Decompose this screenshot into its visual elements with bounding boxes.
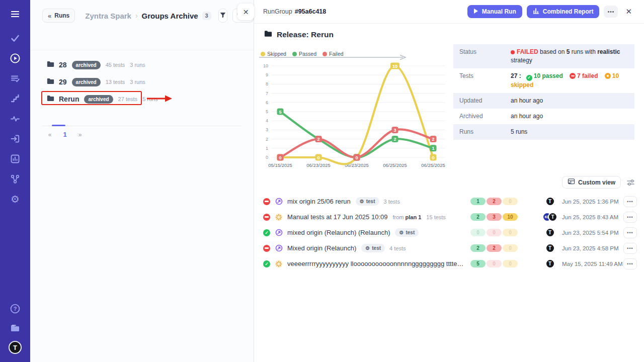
automated-run-type-icon bbox=[275, 244, 283, 252]
groups-panel: « Runs Zyntra Spark › Groups Archive 3 bbox=[30, 0, 254, 362]
detail-close-floating-button[interactable]: ✕ bbox=[237, 4, 254, 20]
pagination-page-1[interactable]: 1 bbox=[57, 131, 72, 138]
import-icon[interactable] bbox=[9, 133, 21, 145]
avatar[interactable]: T bbox=[545, 259, 555, 268]
run-row-right: 220TJun 23, 2025 4:58 PM••• bbox=[470, 243, 637, 254]
groups-count-badge: 3 bbox=[202, 12, 211, 20]
funnel-icon bbox=[219, 11, 227, 21]
group-runs-count: 3 runs bbox=[130, 62, 145, 68]
pulse-analytics-icon[interactable] bbox=[9, 113, 21, 125]
group-folder-icon bbox=[47, 60, 54, 69]
avatar[interactable]: T bbox=[545, 228, 555, 237]
svg-text:05/15/2025: 05/15/2025 bbox=[268, 162, 292, 168]
steps-icon[interactable] bbox=[9, 93, 21, 105]
run-title: veeeerrrrryyyyyyyyyy llooooooooooonnnnng… bbox=[287, 260, 465, 267]
runs-play-icon[interactable] bbox=[9, 52, 21, 64]
run-row[interactable]: mix origin 25/06 rerun⚙test3 tests120TJu… bbox=[263, 194, 637, 209]
branches-icon[interactable] bbox=[9, 173, 21, 185]
breadcrumb-project[interactable]: Zyntra Spark bbox=[85, 12, 131, 20]
group-row[interactable]: Rerunarchived27 tests5 runs bbox=[30, 90, 254, 108]
group-folder-icon bbox=[47, 95, 54, 104]
detail-close-button[interactable]: ✕ bbox=[625, 7, 632, 16]
legend-item-skipped: Skipped bbox=[261, 51, 286, 57]
group-list: 28archived45 tests3 runs29archived13 tes… bbox=[30, 56, 254, 108]
custom-view-button[interactable]: Custom view bbox=[562, 176, 621, 189]
failed-dot-icon bbox=[511, 50, 515, 54]
run-row[interactable]: ✓mixed origin (Relaunch) (Relaunch)⚙test… bbox=[263, 225, 637, 240]
pagination-prev[interactable]: « bbox=[42, 131, 57, 138]
user-avatar[interactable]: T bbox=[9, 341, 22, 354]
archived-label: Archived bbox=[459, 112, 511, 121]
manual-run-button[interactable]: Manual Run bbox=[467, 5, 522, 18]
svg-text:2: 2 bbox=[432, 137, 434, 142]
custom-view-label: Custom view bbox=[578, 179, 615, 186]
updated-value: an hour ago bbox=[511, 97, 628, 105]
bar-chart-icon bbox=[533, 8, 539, 16]
run-failed-icon bbox=[263, 245, 270, 252]
group-name: 29 bbox=[59, 78, 67, 86]
run-from-plan: from plan 1 bbox=[392, 214, 421, 220]
run-more-button[interactable]: ••• bbox=[623, 258, 637, 269]
svg-text:2: 2 bbox=[266, 137, 268, 142]
failed-count-pill: 3 bbox=[487, 213, 502, 221]
group-tests-count: 45 tests bbox=[106, 62, 125, 68]
avatar[interactable]: T bbox=[548, 212, 557, 222]
combined-report-button[interactable]: Combined Report bbox=[527, 5, 600, 18]
reports-icon[interactable] bbox=[9, 153, 21, 165]
passed-count-pill: 2 bbox=[470, 244, 486, 252]
run-more-button[interactable]: ••• bbox=[623, 212, 637, 223]
run-more-button[interactable]: ••• bbox=[623, 196, 637, 207]
tune-columns-icon[interactable] bbox=[626, 178, 635, 187]
back-to-runs-button[interactable]: « Runs bbox=[42, 9, 75, 23]
breadcrumb-separator: › bbox=[135, 12, 138, 20]
skipped-dot-icon bbox=[605, 73, 611, 79]
pagination-next[interactable]: » bbox=[72, 131, 88, 138]
legend-dot-skipped bbox=[261, 52, 265, 56]
svg-text:06/23/2025: 06/23/2025 bbox=[306, 162, 331, 168]
avatar[interactable]: T bbox=[545, 243, 555, 253]
settings-gear-icon[interactable]: ⚙ bbox=[9, 193, 21, 205]
svg-text:5: 5 bbox=[266, 109, 268, 114]
run-avatars: T bbox=[541, 243, 559, 253]
test-plans-icon[interactable] bbox=[9, 72, 21, 84]
run-more-button[interactable]: ••• bbox=[623, 243, 637, 254]
passed-count-pill: 0 bbox=[470, 229, 486, 236]
run-row[interactable]: Manual tests at 17 Jun 2025 10:09from pl… bbox=[263, 209, 637, 225]
legend-label: Failed bbox=[329, 51, 344, 57]
run-more-button[interactable]: ••• bbox=[623, 227, 637, 238]
sidebar-bottom: ? T bbox=[0, 303, 30, 354]
passed-count-pill: 1 bbox=[470, 198, 486, 205]
info-row-status: Status FAILED based on 5 runs with reali… bbox=[453, 44, 634, 68]
passed-count-pill: 5 bbox=[470, 260, 486, 267]
manual-run-label: Manual Run bbox=[482, 8, 516, 15]
list-view-controls: Custom view bbox=[562, 176, 635, 189]
run-title: mix origin 25/06 rerun bbox=[287, 198, 351, 205]
run-row-right: 120TJun 25, 2025 1:36 PM••• bbox=[470, 196, 637, 207]
svg-text:0: 0 bbox=[355, 155, 358, 160]
run-failed-icon bbox=[263, 214, 270, 221]
run-row[interactable]: Mixed origin (Relaunch)⚙test4 tests220TJ… bbox=[263, 240, 637, 256]
group-row[interactable]: 29archived13 tests3 runs bbox=[30, 73, 254, 90]
passed-check-icon: ✓ bbox=[526, 75, 532, 81]
runs-label: Runs bbox=[459, 128, 511, 136]
check-tasks-icon[interactable] bbox=[9, 32, 21, 44]
detail-more-button[interactable]: ••• bbox=[604, 6, 618, 18]
run-failed-icon bbox=[263, 198, 270, 205]
projects-folder-icon[interactable] bbox=[9, 322, 21, 334]
run-row[interactable]: ✓veeeerrrrryyyyyyyyyy llooooooooooonnnnn… bbox=[263, 256, 637, 272]
play-icon bbox=[473, 8, 478, 16]
svg-text:0: 0 bbox=[279, 155, 281, 160]
run-row-right: 500TMay 15, 2025 11:49 AM••• bbox=[470, 258, 637, 269]
filter-button[interactable] bbox=[218, 9, 227, 23]
chevrons-left-icon: « bbox=[48, 12, 51, 20]
automated-run-type-icon bbox=[275, 198, 283, 206]
group-row[interactable]: 28archived45 tests3 runs bbox=[30, 56, 254, 73]
run-count-pills: 220 bbox=[470, 244, 518, 252]
help-icon[interactable]: ? bbox=[9, 303, 21, 315]
group-runs-count: 3 runs bbox=[130, 79, 145, 85]
chart-legend: SkippedPassedFailed bbox=[261, 51, 344, 57]
status-label: Status bbox=[459, 48, 511, 65]
group-runs-count: 5 runs bbox=[142, 96, 158, 102]
menu-icon[interactable] bbox=[9, 8, 21, 20]
avatar[interactable]: T bbox=[545, 197, 555, 206]
